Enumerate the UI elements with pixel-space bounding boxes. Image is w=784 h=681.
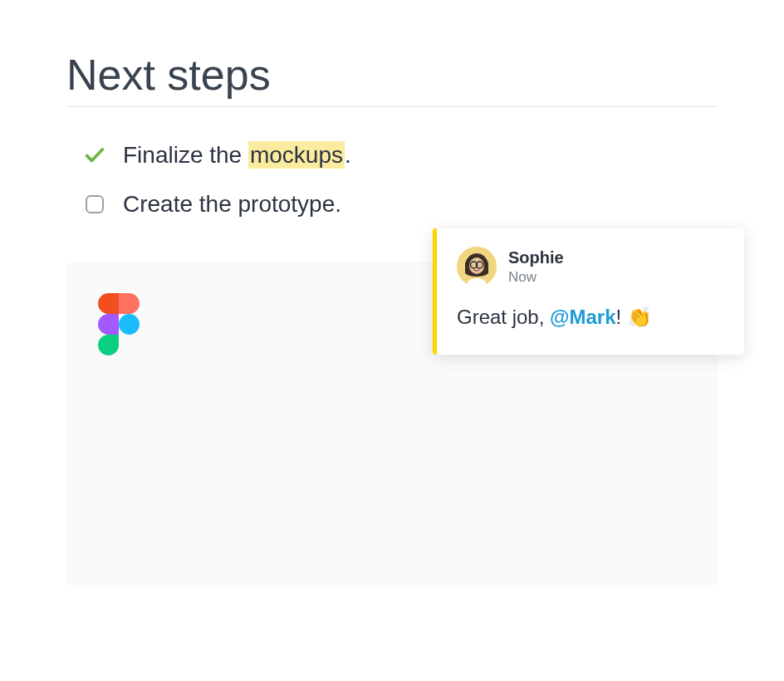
comment-body: Great job, @Mark! 👏 [457,303,724,331]
mention[interactable]: @Mark [550,306,615,328]
task-item[interactable]: Create the prototype. [66,179,718,228]
comment-header: Sophie Now [457,247,724,287]
avatar [457,247,497,287]
highlighted-text: mockups [248,141,345,169]
svg-point-0 [119,314,140,335]
comment-time: Now [508,269,564,286]
task-list: Finalize the mockups. Create the prototy… [66,130,718,228]
checkbox-empty-icon[interactable] [83,193,106,216]
checkmark-icon[interactable] [83,144,106,167]
figma-logo-icon [98,293,140,360]
task-text: Finalize the mockups. [123,139,351,171]
comment-card[interactable]: Sophie Now Great job, @Mark! 👏 [433,228,744,355]
comment-author: Sophie [508,248,564,267]
task-item[interactable]: Finalize the mockups. [66,130,718,179]
comment-meta: Sophie Now [508,248,564,286]
page-heading: Next steps [66,50,718,107]
task-text: Create the prototype. [123,188,341,220]
preview-panel: Sophie Now Great job, @Mark! 👏 [66,262,718,585]
